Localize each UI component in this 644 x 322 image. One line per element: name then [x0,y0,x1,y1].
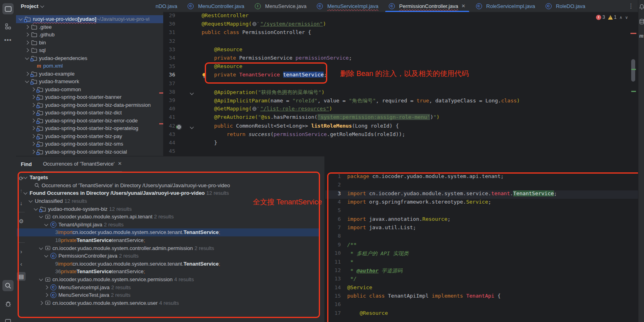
project-tree-item[interactable]: yudao-spring-boot-starter-biz-pay [16,132,163,140]
close-icon[interactable]: ✕ [461,3,465,9]
project-tree-item[interactable]: .gitee [16,23,163,31]
project-tree-item[interactable]: sql [16,46,163,54]
editor-permissioncontroller[interactable]: 29@RestController30@RequestMapping(ˇ"/sy… [163,12,638,156]
chevron-right-icon[interactable] [31,95,35,99]
notifications-icon[interactable] [639,4,644,11]
project-tree-item[interactable]: .github [16,31,163,39]
chevron-down-icon[interactable] [25,56,29,60]
folder-icon [31,40,37,45]
code-text: @PreAuthorize("@ss.hasPermission('system… [202,114,440,120]
tab-options-icon[interactable]: ⋮ [624,2,638,10]
endpoint-globe-icon[interactable] [176,124,182,131]
project-tree-item[interactable]: yudao-framework [16,78,163,86]
chevron-right-icon[interactable] [31,142,35,146]
project-tree-item[interactable]: yudao-spring-boot-starter-biz-dict [16,109,163,117]
more-icon[interactable]: ••• [2,34,14,45]
editor-tab[interactable]: CRoleDO.java [540,0,591,12]
project-tree-item[interactable]: mpom.xml [16,62,163,70]
chevron-right-icon[interactable] [25,48,29,52]
warning-icon [608,15,613,20]
chevron-right-icon[interactable] [31,126,35,130]
project-tree-item[interactable]: ruoyi-vue-pro-video [yudao] ~/Java/ruoyi… [16,15,163,23]
project-tree-item[interactable]: yudao-spring-boot-starter-biz-operatelog [16,124,163,132]
chevron-right-icon[interactable] [31,103,35,107]
url-globe-inlay-icon[interactable]: ˇ [252,106,259,112]
project-tree-item[interactable]: yudao-spring-boot-starter-biz-social [16,148,163,156]
chevron-right-icon[interactable] [25,25,29,29]
chevron-down-icon [40,4,44,8]
project-tree-item[interactable]: yudao-example [16,70,163,78]
editor-tab[interactable]: IMenuService.java [250,0,312,12]
line-number: 40 [163,106,175,112]
module-folder-icon [31,56,37,61]
project-header[interactable]: Project [21,3,46,9]
chevron-right-icon[interactable] [25,40,29,44]
label: yudao-example [39,71,75,77]
editor-tab[interactable]: CRoleServiceImpl.java [471,0,540,12]
editor-tab[interactable]: CPermissionController.java✕ [384,0,470,12]
code-text: } [202,140,217,146]
code-line[interactable]: 32 [163,38,638,46]
code-line[interactable]: 34 private PermissionService permissionS… [163,55,638,63]
project-tree-item[interactable]: yudao-spring-boot-starter-biz-error-code [16,117,163,125]
line-number: 38 [163,89,175,95]
code-line[interactable]: 30@RequestMapping(ˇ"/system/permission") [163,21,638,29]
project-tree-item[interactable]: yudao-common [16,86,163,94]
commit-icon[interactable] [2,316,14,322]
code-line[interactable]: 31public class PermissionController { [163,29,638,38]
project-tree-item[interactable]: yudao-spring-boot-starter-biz-data-permi… [16,101,163,109]
next-problem-icon[interactable]: ∨ [625,15,628,20]
annotation-box-editor [205,62,327,84]
editor-tab[interactable]: CMenuServiceImpl.java [312,0,384,12]
code-line[interactable]: 29@RestController [163,12,638,21]
tab-label: PermissionController.java [399,3,458,9]
chevron-right-icon[interactable] [31,111,35,115]
project-tree-item[interactable]: bin [16,39,163,47]
module-folder-icon [31,71,37,76]
chevron-right-icon[interactable] [31,134,35,138]
chevron-right-icon[interactable] [25,72,29,76]
label: ruoyi-vue-pro-video [33,16,78,22]
project-icon[interactable] [2,3,14,14]
project-tree-item[interactable]: yudao-spring-boot-starter-biz-sms [16,140,163,148]
url-globe-inlay-icon[interactable]: ˇ [252,22,259,28]
chevron-down-icon[interactable] [25,79,29,83]
code-line[interactable]: 41 @PreAuthorize("@ss.hasPermission('sys… [163,114,638,122]
label: yudao-common [45,86,81,92]
prev-problem-icon[interactable]: ∧ [619,15,622,20]
editor-tab[interactable]: CMenuController.java [182,0,250,12]
chevron-right-icon[interactable] [31,150,35,154]
maven-icon[interactable]: m [639,33,644,39]
line-number: 45 [163,148,175,154]
module-folder-icon [37,134,43,139]
search-icon[interactable] [2,280,14,291]
code-line[interactable]: 33 @Resource [163,46,638,55]
code-line[interactable]: 45 [163,148,638,156]
structure-icon[interactable] [2,21,14,32]
chevron-right-icon[interactable] [25,33,29,37]
chevron-right-icon[interactable] [31,118,35,122]
label: yudao-spring-boot-starter-biz-data-permi… [45,102,151,108]
module-folder-icon [37,118,43,123]
tab-label: MenuService.java [265,3,306,9]
code-line[interactable]: 43 return success(permissionService.getR… [163,131,638,140]
scrollbar-thumb[interactable] [631,59,635,82]
editor-tab[interactable]: nDO.java [150,0,182,12]
inspections-widget[interactable]: !3 1 ∧ ∨ [596,14,628,20]
project-tree-item[interactable]: yudao-dependencies [16,54,163,62]
code-text: private PermissionService permissionServ… [202,55,352,61]
bug-icon[interactable] [2,298,14,309]
chevron-right-icon[interactable] [31,87,35,91]
project-tree-item[interactable]: yudao-spring-boot-starter-banner [16,93,163,101]
fold-icon[interactable] [190,91,194,95]
code-line[interactable]: 44 } [163,140,638,148]
code-text: @RestController [202,12,248,18]
class-icon: C [389,3,395,9]
code-line[interactable]: 40 @GetMapping(ˇ"/list-role-resources") [163,106,638,114]
code-line[interactable]: 42 public CommonResult<Set<Long>> listRo… [163,123,638,131]
chevron-down-icon[interactable] [19,17,23,21]
fold-icon[interactable] [190,125,194,129]
code-line[interactable]: 38 @ApiOperation("获得角色拥有的菜单编号") [163,89,638,97]
code-line[interactable]: 39 @ApiImplicitParam(name = "roleId", va… [163,97,638,106]
database-icon[interactable] [639,19,644,26]
